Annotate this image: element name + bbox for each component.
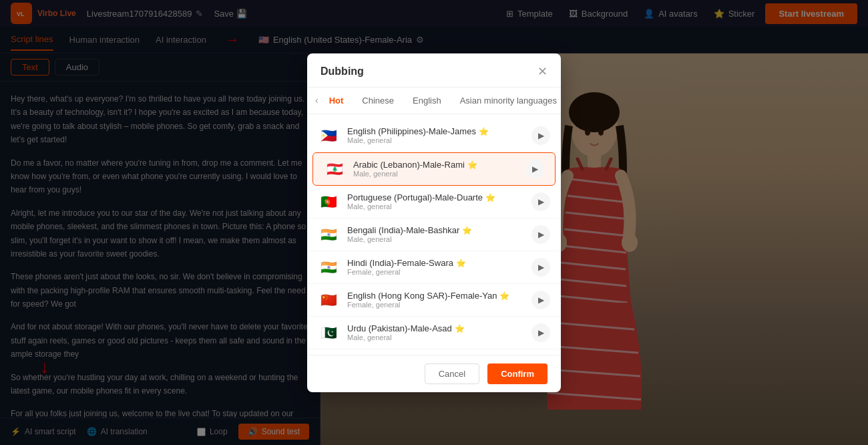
voice-list: 🇵🇭 English (Philippines)-Male-James ⭐ Ma… [307, 114, 561, 355]
voice-item-philippines-james[interactable]: 🇵🇭 English (Philippines)-Male-James ⭐ Ma… [307, 120, 561, 152]
dubbing-modal: Dubbing ✕ ‹ Hot Chinese English Asian mi… [307, 53, 561, 392]
star-icon: ⭐ [467, 160, 477, 170]
play-button-india-bashkar[interactable]: ▶ [531, 225, 550, 244]
voice-info-lebanon-rami: Arabic (Lebanon)-Male-Rami ⭐ Male, gener… [353, 160, 517, 178]
play-button-philippines-james[interactable]: ▶ [531, 126, 550, 145]
voice-type-philippines-james: Male, general [347, 136, 523, 144]
voice-type-india-bashkar: Male, general [347, 235, 523, 243]
star-icon: ⭐ [479, 127, 489, 136]
voice-info-india-bashkar: Bengali (India)-Male-Bashkar ⭐ Male, gen… [347, 225, 523, 243]
voice-flag-india-bashkar: 🇮🇳 [318, 227, 339, 242]
voice-type-portugal-duarte: Male, general [347, 202, 523, 210]
voice-name-philippines-james: English (Philippines)-Male-James ⭐ [347, 126, 523, 136]
star-icon: ⭐ [485, 193, 495, 202]
voice-name-india-swara: Hindi (India)-Female-Swara ⭐ [347, 258, 523, 268]
voice-info-hk-yan: English (Hong Kong SAR)-Female-Yan ⭐ Fem… [347, 291, 523, 309]
voice-flag-pakistan-asad: 🇵🇰 [318, 325, 339, 340]
voice-item-hk-yan[interactable]: 🇨🇳 English (Hong Kong SAR)-Female-Yan ⭐ … [307, 284, 561, 317]
cat-tab-chinese[interactable]: Chinese [354, 93, 402, 108]
modal-header: Dubbing ✕ [307, 53, 561, 88]
voice-flag-portugal-duarte: 🇵🇹 [318, 194, 339, 209]
modal-overlay: Dubbing ✕ ‹ Hot Chinese English Asian mi… [0, 0, 868, 445]
star-icon: ⭐ [462, 226, 472, 235]
play-button-pakistan-asad[interactable]: ▶ [531, 323, 550, 342]
voice-type-india-swara: Female, general [347, 268, 523, 276]
voice-flag-hk-yan: 🇨🇳 [318, 293, 339, 307]
voice-flag-lebanon-rami: 🇱🇧 [324, 162, 345, 176]
voice-type-hk-yan: Female, general [347, 301, 523, 309]
play-button-hk-yan[interactable]: ▶ [531, 291, 550, 309]
play-button-portugal-duarte[interactable]: ▶ [531, 192, 550, 211]
star-icon: ⭐ [499, 291, 509, 301]
voice-item-india-bashkar[interactable]: 🇮🇳 Bengali (India)-Male-Bashkar ⭐ Male, … [307, 218, 561, 251]
play-button-india-swara[interactable]: ▶ [531, 258, 550, 277]
voice-flag-philippines-james: 🇵🇭 [318, 128, 339, 143]
voice-item-portugal-duarte[interactable]: 🇵🇹 Portuguese (Portugal)-Male-Duarte ⭐ M… [307, 186, 561, 218]
prev-category-button[interactable]: ‹ [315, 95, 318, 106]
modal-footer: Cancel Confirm [307, 355, 561, 392]
voice-info-pakistan-asad: Urdu (Pakistan)-Male-Asad ⭐ Male, genera… [347, 323, 523, 341]
voice-name-portugal-duarte: Portuguese (Portugal)-Male-Duarte ⭐ [347, 192, 523, 202]
star-icon: ⭐ [456, 259, 466, 268]
modal-title: Dubbing [320, 65, 364, 78]
voice-flag-india-swara: 🇮🇳 [318, 260, 339, 275]
cat-tab-asian-minority[interactable]: Asian minority languages [452, 93, 561, 108]
cancel-button[interactable]: Cancel [425, 363, 479, 384]
category-tabs: ‹ Hot Chinese English Asian minority lan… [307, 88, 561, 114]
play-button-lebanon-rami[interactable]: ▶ [525, 160, 544, 178]
voice-type-lebanon-rami: Male, general [353, 170, 517, 178]
voice-info-philippines-james: English (Philippines)-Male-James ⭐ Male,… [347, 126, 523, 144]
cat-tab-hot[interactable]: Hot [321, 93, 352, 108]
voice-item-india-swara[interactable]: 🇮🇳 Hindi (India)-Female-Swara ⭐ Female, … [307, 251, 561, 284]
modal-close-button[interactable]: ✕ [537, 64, 548, 79]
voice-name-india-bashkar: Bengali (India)-Male-Bashkar ⭐ [347, 225, 523, 235]
voice-info-portugal-duarte: Portuguese (Portugal)-Male-Duarte ⭐ Male… [347, 192, 523, 210]
confirm-button[interactable]: Confirm [487, 363, 548, 384]
voice-type-pakistan-asad: Male, general [347, 333, 523, 341]
voice-item-lebanon-rami[interactable]: 🇱🇧 Arabic (Lebanon)-Male-Rami ⭐ Male, ge… [312, 152, 556, 186]
voice-item-pakistan-asad[interactable]: 🇵🇰 Urdu (Pakistan)-Male-Asad ⭐ Male, gen… [307, 317, 561, 349]
voice-name-pakistan-asad: Urdu (Pakistan)-Male-Asad ⭐ [347, 323, 523, 333]
voice-name-lebanon-rami: Arabic (Lebanon)-Male-Rami ⭐ [353, 160, 517, 170]
star-icon: ⭐ [455, 324, 465, 333]
cat-tab-english[interactable]: English [405, 93, 449, 108]
voice-info-india-swara: Hindi (India)-Female-Swara ⭐ Female, gen… [347, 258, 523, 276]
voice-name-hk-yan: English (Hong Kong SAR)-Female-Yan ⭐ [347, 291, 523, 301]
